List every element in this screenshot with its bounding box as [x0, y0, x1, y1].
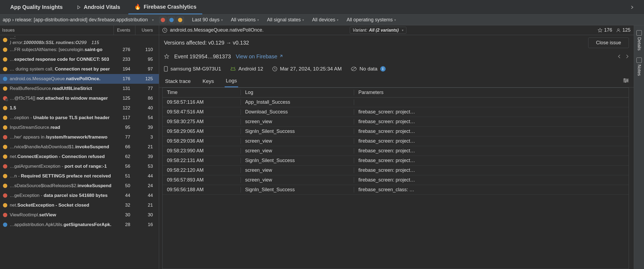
log-row[interactable]: 09:58:30:275 AMscreen_viewfirebase_scree…: [163, 117, 629, 127]
issue-row[interactable]: net.SocketException - Socket closed3221: [0, 200, 159, 210]
users-count: 125: [622, 27, 631, 33]
issue-row[interactable]: …geException - data parcel size 541680 b…: [0, 191, 159, 200]
tab-crashlytics[interactable]: 🔥 Firebase Crashlytics: [128, 0, 203, 14]
issue-users: 115: [91, 40, 103, 45]
settings-icon[interactable]: [623, 78, 629, 84]
log-header-row: Time Log Parameters: [163, 88, 629, 97]
svg-line-6: [352, 67, 356, 70]
issue-events: 44: [114, 193, 135, 198]
view-on-firebase-link[interactable]: View on Firebase: [236, 53, 283, 60]
severity-info-toggle[interactable]: [168, 16, 175, 23]
close-issue-button[interactable]: Close issue: [588, 38, 629, 48]
subtab-stack[interactable]: Stack trace: [164, 76, 192, 87]
tab-vitals-label: Android Vitals: [84, 4, 120, 10]
tab-crashlytics-label: Firebase Crashlytics: [144, 4, 197, 10]
filter-devices[interactable]: All devices▾: [309, 17, 341, 23]
rail-notes[interactable]: Notes: [636, 55, 642, 78]
filter-os[interactable]: All operating systems▾: [344, 17, 399, 23]
col-time[interactable]: Time: [163, 90, 241, 95]
issue-users: 30: [135, 212, 157, 218]
log-time: 09:58:22:131 AM: [163, 158, 241, 163]
prev-event-button[interactable]: [618, 53, 621, 60]
issue-row[interactable]: InputStreamSource.read9539: [0, 123, 159, 132]
col-users[interactable]: Users: [135, 25, 157, 35]
external-link-icon: [279, 55, 283, 58]
filter-signals[interactable]: All signal states▾: [264, 17, 307, 23]
log-row[interactable]: 09:58:29:036 AMscreen_viewfirebase_scree…: [163, 136, 629, 146]
issue-title: …n - Required SETTINGS preface not recei…: [10, 173, 114, 179]
filter-versions[interactable]: All versions▾: [228, 17, 262, 23]
view-link-label: View on Firebase: [236, 53, 277, 60]
log-row[interactable]: 09:56:57:893 AMscreen_viewfirebase_scree…: [163, 175, 629, 185]
log-row[interactable]: 09:58:29:065 AMSignIn_Silent_Successfire…: [163, 127, 629, 136]
issue-title: …sDataSource$loadReleases$2.invokeSuspen…: [10, 183, 114, 189]
severity-error-toggle[interactable]: [159, 16, 167, 23]
log-event: SignIn_Silent_Success: [241, 187, 354, 193]
issue-title: android.os.MessageQueue.nativePollOnce.: [10, 76, 114, 82]
issue-users: 125: [135, 76, 157, 82]
issues-panel: Issues Events Users …:) error:1000008b:S…: [0, 25, 159, 269]
issue-row[interactable]: …n - Required SETTINGS preface not recei…: [0, 171, 159, 181]
chevron-down-icon[interactable]: ▾: [152, 18, 154, 22]
subtab-logs[interactable]: Logs: [225, 75, 238, 87]
log-row[interactable]: 09:56:56:188 AMSignIn_Silent_Successfire…: [163, 185, 629, 195]
issue-row[interactable]: …:) error:1000008b:SSL routines:O299115: [0, 35, 159, 45]
log-time: 09:58:30:275 AM: [163, 119, 241, 125]
issue-row[interactable]: RealBufferedSource.readUtf8LineStrict131…: [0, 84, 159, 93]
issue-users: 44: [135, 193, 157, 198]
issue-row[interactable]: …her' appears in /system/framework/frame…: [0, 132, 159, 142]
phone-icon: [164, 66, 168, 72]
issue-row[interactable]: … during system call, Connection reset b…: [0, 64, 159, 74]
log-body: 09:58:57:116 AMApp_Install_Success09:58:…: [163, 97, 629, 195]
log-row[interactable]: 09:58:47:516 AMDownload_Successfirebase_…: [163, 107, 629, 117]
issue-events: 233: [114, 57, 135, 62]
col-params[interactable]: Parameters: [354, 90, 629, 95]
chevron-right-icon[interactable]: [627, 6, 638, 9]
issue-events: 30: [114, 212, 135, 218]
breadcrumb[interactable]: app › release: [app-distribution-android…: [3, 17, 148, 23]
log-row[interactable]: 09:58:57:116 AMApp_Install_Success: [163, 97, 629, 107]
log-event: SignIn_Silent_Success: [241, 129, 354, 134]
issue-row[interactable]: …appdistribution.ApkUtils.getSignaturesF…: [0, 220, 159, 230]
main-split: Issues Events Users …:) error:1000008b:S…: [0, 25, 644, 269]
issue-events: 32: [114, 203, 135, 208]
filter-time[interactable]: Last 90 days▾: [189, 17, 225, 23]
issue-row[interactable]: …@f3c754[] not attached to window manage…: [0, 93, 159, 103]
log-row[interactable]: 09:58:22:131 AMSignIn_Silent_Successfire…: [163, 156, 629, 166]
issue-row[interactable]: …FR subjectAltNames: [securelogin.saint-…: [0, 45, 159, 55]
issue-events: 50: [114, 183, 135, 189]
issue-row[interactable]: …expected response code for CONNECT: 503…: [0, 55, 159, 64]
issue-events: 66: [114, 144, 135, 150]
issue-title: RealBufferedSource.readUtf8LineStrict: [10, 86, 114, 91]
next-event-button[interactable]: [626, 53, 629, 60]
issue-row[interactable]: …rvice$handleAabDownload$1.invokeSuspend…: [0, 142, 159, 152]
issue-events: 122: [114, 105, 135, 111]
rail-details[interactable]: Details: [636, 28, 642, 53]
issue-row[interactable]: …galArgumentException - port out of rang…: [0, 162, 159, 171]
tab-vitals[interactable]: Android Vitals: [71, 0, 126, 14]
variant-selector[interactable]: Variant: All (2 variants) ▾: [350, 27, 407, 34]
log-event: SignIn_Silent_Success: [241, 158, 354, 163]
severity-icon: [2, 193, 8, 198]
severity-icon: [2, 145, 8, 149]
tab-quality[interactable]: App Quality Insights: [4, 0, 68, 14]
log-row[interactable]: 09:58:23:990 AMscreen_viewfirebase_scree…: [163, 146, 629, 156]
log-row[interactable]: 09:58:22:120 AMscreen_viewfirebase_scree…: [163, 166, 629, 175]
severity-warn-toggle[interactable]: [176, 16, 184, 23]
filter-devices-label: All devices: [312, 17, 335, 23]
subtab-keys[interactable]: Keys: [201, 76, 215, 87]
col-log[interactable]: Log: [241, 90, 354, 95]
info-icon[interactable]: i: [380, 66, 386, 72]
details-icon: [636, 30, 642, 36]
issue-row[interactable]: …sDataSource$loadReleases$2.invokeSuspen…: [0, 181, 159, 191]
issue-row[interactable]: 1.512240: [0, 103, 159, 113]
issue-row[interactable]: ViewRootImpl.setView3030: [0, 210, 159, 220]
issue-row[interactable]: …ception - Unable to parse TLS packet he…: [0, 113, 159, 123]
issue-row[interactable]: android.os.MessageQueue.nativePollOnce.1…: [0, 74, 159, 84]
detail-subtabs: Stack trace Keys Logs: [159, 75, 634, 88]
issue-title: …geException - data parcel size 541680 b…: [10, 193, 114, 198]
log-event: screen_view: [241, 177, 354, 183]
col-events[interactable]: Events: [114, 25, 135, 35]
issue-row[interactable]: net.ConnectException - Connection refuse…: [0, 152, 159, 162]
filter-os-label: All operating systems: [347, 17, 393, 23]
